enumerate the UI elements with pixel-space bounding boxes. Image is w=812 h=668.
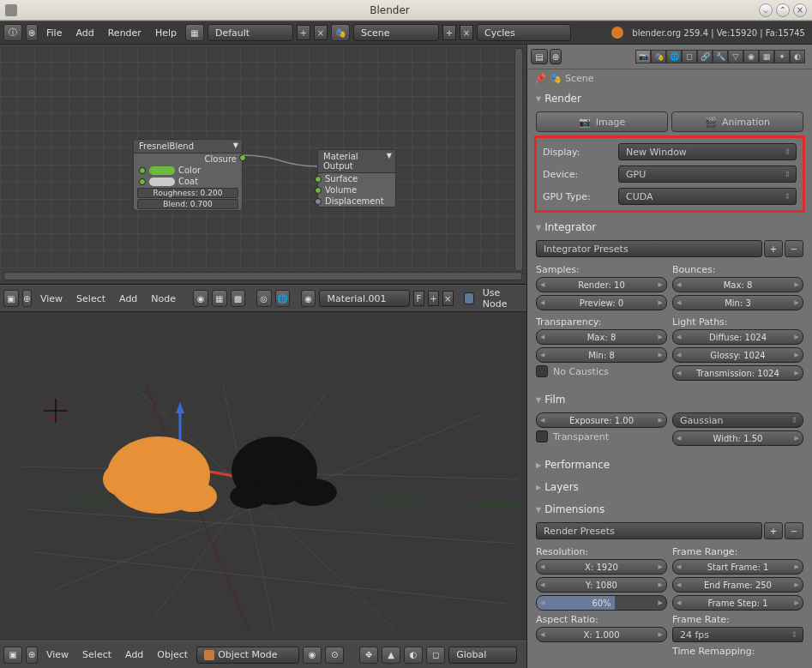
menu-add[interactable]: Add bbox=[114, 293, 142, 304]
expand-icon[interactable]: ⊕ bbox=[550, 49, 562, 64]
res-y[interactable]: Y: 1080 bbox=[536, 577, 667, 593]
expand-icon[interactable]: ⊕ bbox=[26, 647, 38, 664]
manipulator-icon[interactable]: ✥ bbox=[359, 647, 378, 664]
device-select[interactable]: GPU bbox=[618, 165, 797, 183]
node-title[interactable]: Material Output bbox=[318, 150, 395, 173]
pin-icon[interactable]: 📌 bbox=[534, 73, 546, 84]
lp-glossy[interactable]: Glossy: 1024 bbox=[672, 347, 803, 363]
screen-browse-icon[interactable]: ▦ bbox=[185, 24, 204, 41]
frame-start[interactable]: Start Frame: 1 bbox=[672, 559, 803, 575]
tab-scene[interactable]: 🎭 bbox=[651, 50, 666, 63]
lp-transmission[interactable]: Transmission: 1024 bbox=[672, 365, 803, 381]
menu-add[interactable]: Add bbox=[70, 27, 99, 39]
material-del-button[interactable]: × bbox=[442, 291, 454, 306]
socket-color-in[interactable] bbox=[139, 167, 146, 174]
3d-viewport[interactable] bbox=[0, 312, 526, 641]
film-exposure[interactable]: Exposure: 1.00 bbox=[536, 412, 667, 428]
preset-remove-button[interactable]: − bbox=[785, 240, 803, 257]
expand-menu-icon[interactable]: ⊕ bbox=[26, 24, 38, 41]
node-roughness[interactable]: Roughness: 0.200 bbox=[137, 188, 238, 198]
aspect-x[interactable]: X: 1.000 bbox=[536, 627, 667, 642]
pivot-icon[interactable]: ⊙ bbox=[325, 647, 344, 664]
editor-type-icon[interactable]: ▤ bbox=[531, 49, 548, 64]
node-type-shader-icon[interactable]: ◉ bbox=[193, 290, 208, 307]
render-animation-button[interactable]: 🎬Animation bbox=[671, 111, 803, 132]
bounces-min[interactable]: Min: 3 bbox=[672, 295, 803, 310]
res-x[interactable]: X: 1920 bbox=[536, 559, 667, 575]
panel-dimensions-header[interactable]: Dimensions bbox=[531, 500, 809, 519]
display-select[interactable]: New Window bbox=[618, 143, 797, 160]
scene-del-button[interactable]: × bbox=[460, 25, 473, 40]
render-engine-select[interactable]: Cycles bbox=[477, 24, 571, 41]
material-add-button[interactable]: + bbox=[428, 291, 439, 306]
lp-diffuse[interactable]: Diffuse: 1024 bbox=[672, 329, 803, 345]
node-vscroll[interactable] bbox=[514, 48, 523, 271]
expand-icon[interactable]: ⊕ bbox=[22, 290, 32, 307]
panel-film-header[interactable]: Film bbox=[531, 390, 809, 409]
orientation-select[interactable]: Global bbox=[448, 647, 517, 664]
socket-surface-in[interactable] bbox=[315, 176, 322, 183]
preset-add-button[interactable]: + bbox=[764, 522, 783, 539]
material-link-icon[interactable]: ◎ bbox=[256, 290, 272, 307]
node-hscroll[interactable] bbox=[3, 272, 522, 280]
preset-remove-button[interactable]: − bbox=[785, 522, 803, 539]
menu-render[interactable]: Render bbox=[103, 27, 147, 39]
manip-scale-icon[interactable]: ◻ bbox=[426, 647, 445, 664]
samples-render[interactable]: Render: 10 bbox=[536, 277, 667, 292]
panel-render-header[interactable]: Render bbox=[531, 89, 809, 108]
render-preset-select[interactable]: Render Presets bbox=[536, 522, 762, 539]
panel-layers-header[interactable]: Layers bbox=[531, 478, 809, 496]
node-material-output[interactable]: Material Output Surface Volume Displacem… bbox=[317, 149, 396, 208]
node-type-tex-icon[interactable]: ▩ bbox=[231, 290, 246, 307]
maximize-button[interactable]: ⌃ bbox=[776, 3, 790, 17]
manip-move-icon[interactable]: ▲ bbox=[382, 647, 400, 664]
fps-select[interactable]: 24 fps bbox=[672, 627, 803, 642]
socket-closure-out[interactable] bbox=[239, 154, 246, 161]
panel-performance-header[interactable]: Performance bbox=[531, 455, 809, 474]
film-width[interactable]: Width: 1.50 bbox=[672, 430, 803, 446]
menu-add[interactable]: Add bbox=[120, 649, 148, 660]
tab-object[interactable]: ◻ bbox=[682, 50, 697, 63]
close-button[interactable]: × bbox=[793, 3, 807, 17]
screen-layout-field[interactable]: Default bbox=[208, 24, 293, 41]
tab-modifiers[interactable]: 🔧 bbox=[713, 50, 728, 63]
menu-select[interactable]: Select bbox=[71, 293, 111, 304]
preset-add-button[interactable]: + bbox=[764, 240, 783, 257]
coat-swatch[interactable] bbox=[149, 178, 175, 186]
tab-texture[interactable]: ▦ bbox=[759, 50, 774, 63]
material-name-field[interactable]: Material.001 bbox=[319, 290, 409, 307]
tab-physics[interactable]: ◐ bbox=[790, 50, 805, 63]
tab-data[interactable]: ▽ bbox=[728, 50, 743, 63]
frame-step[interactable]: Frame Step: 1 bbox=[672, 595, 803, 611]
trans-min[interactable]: Min: 8 bbox=[536, 347, 667, 363]
film-filter-select[interactable]: Gaussian bbox=[672, 412, 803, 428]
screen-add-button[interactable]: + bbox=[297, 25, 310, 40]
node-fresnel-blend[interactable]: FresnelBlend Closure Color Coat Roughnes… bbox=[133, 139, 243, 211]
menu-view[interactable]: View bbox=[35, 293, 68, 304]
socket-coat-in[interactable] bbox=[139, 178, 146, 185]
menu-help[interactable]: Help bbox=[150, 27, 182, 39]
socket-disp-in[interactable] bbox=[315, 198, 322, 205]
no-caustics-checkbox[interactable] bbox=[536, 365, 548, 377]
tab-render[interactable]: 📷 bbox=[635, 50, 651, 63]
material-fake-user[interactable]: F bbox=[413, 291, 424, 306]
node-title[interactable]: FresnelBlend bbox=[134, 140, 242, 153]
world-link-icon[interactable]: 🌐 bbox=[275, 290, 291, 307]
menu-select[interactable]: Select bbox=[77, 649, 117, 660]
tab-material[interactable]: ◉ bbox=[743, 50, 759, 63]
menu-view[interactable]: View bbox=[41, 649, 74, 660]
res-percent[interactable]: 60% bbox=[536, 595, 667, 611]
scene-add-button[interactable]: + bbox=[442, 25, 456, 40]
gputype-select[interactable]: CUDA bbox=[618, 188, 797, 205]
tab-constraints[interactable]: 🔗 bbox=[697, 50, 713, 63]
menu-object[interactable]: Object bbox=[152, 649, 193, 660]
tab-particles[interactable]: ✦ bbox=[774, 50, 790, 63]
material-browse-icon[interactable]: ◉ bbox=[301, 290, 316, 307]
bounces-max[interactable]: Max: 8 bbox=[672, 277, 803, 292]
editor-type-icon[interactable]: ▣ bbox=[3, 647, 22, 664]
minimize-button[interactable]: ⌵ bbox=[759, 3, 773, 17]
integrator-preset-select[interactable]: Integrator Presets bbox=[536, 240, 762, 257]
scene-browse-icon[interactable]: 🎭 bbox=[331, 24, 350, 41]
use-nodes-checkbox[interactable] bbox=[464, 292, 473, 304]
tab-world[interactable]: 🌐 bbox=[666, 50, 682, 63]
